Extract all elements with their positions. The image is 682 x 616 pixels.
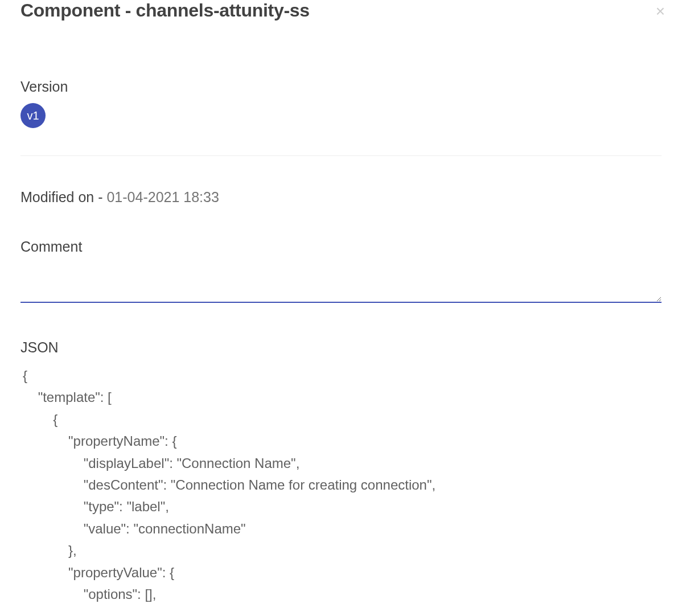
version-label: Version (20, 79, 662, 95)
modified-on-row: Modified on - 01-04-2021 18:33 (20, 189, 662, 206)
modal-container: Component - channels-attunity-ss × Versi… (0, 0, 682, 616)
modified-section: Modified on - 01-04-2021 18:33 (20, 189, 662, 206)
json-content: { "template": [ { "propertyName": { "dis… (20, 365, 650, 605)
comment-label: Comment (20, 239, 662, 255)
modified-timestamp: 01-04-2021 18:33 (106, 189, 219, 205)
json-section: JSON { "template": [ { "propertyName": {… (20, 339, 662, 610)
close-icon[interactable]: × (654, 1, 667, 22)
divider (20, 155, 662, 156)
json-label: JSON (20, 339, 662, 356)
modal-title: Component - channels-attunity-ss (20, 0, 310, 21)
version-section: Version v1 (20, 79, 662, 128)
modified-label: Modified on - (20, 189, 106, 205)
json-scroll-area[interactable]: { "template": [ { "propertyName": { "dis… (20, 365, 662, 610)
comment-section: Comment (20, 239, 662, 305)
version-badge[interactable]: v1 (20, 103, 46, 128)
comment-input[interactable] (20, 263, 662, 303)
modal-header: Component - channels-attunity-ss × (20, 0, 662, 22)
